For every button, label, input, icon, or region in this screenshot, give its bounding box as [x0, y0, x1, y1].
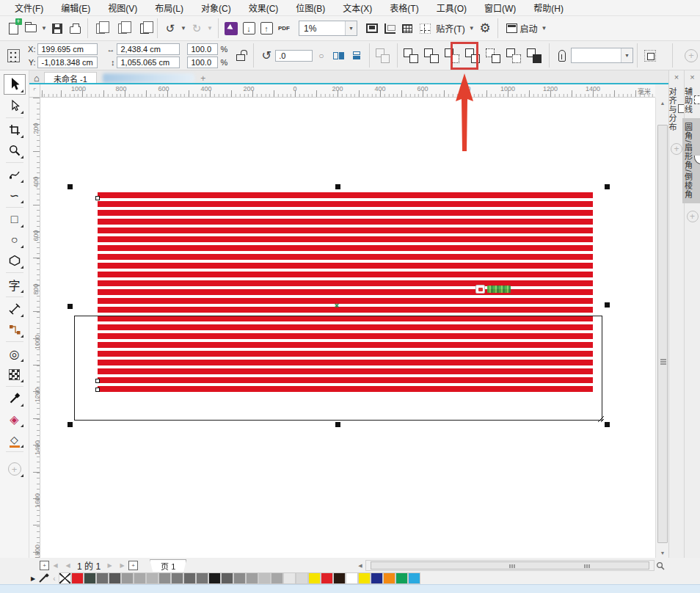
text-tool[interactable]: 字 [4, 275, 25, 294]
swatch-no-color[interactable] [59, 572, 71, 584]
trim-button[interactable] [422, 46, 441, 65]
weld-button[interactable] [401, 46, 420, 65]
copy-button[interactable] [114, 19, 131, 38]
undo-dropdown[interactable]: ▼ [179, 19, 188, 38]
redo-button[interactable]: ↻ [188, 19, 205, 38]
show-guidelines-button[interactable] [416, 19, 434, 38]
navigator-zoom-button[interactable] [655, 560, 666, 571]
menu-item-file[interactable]: 文件(F) [6, 0, 52, 15]
swatch-gray-e7[interactable] [283, 572, 296, 584]
menu-item-tools[interactable]: 工具(O) [428, 0, 475, 15]
menu-item-view[interactable]: 视图(V) [99, 0, 146, 15]
swatch-red-2[interactable] [321, 572, 333, 584]
selection-handle-2[interactable] [605, 184, 610, 189]
swatch-yellow-2[interactable] [358, 572, 371, 584]
launch-button[interactable]: 启动 ▼ [502, 19, 553, 38]
show-rulers-button[interactable] [381, 19, 398, 38]
crop-tool[interactable] [4, 120, 25, 139]
interactive-fill-tool[interactable]: ◈ [4, 410, 25, 429]
swatch-yellow[interactable] [308, 572, 321, 584]
menu-item-effects[interactable]: 效果(C) [240, 0, 288, 15]
menu-item-object[interactable]: 对象(C) [192, 0, 240, 15]
swatch-sky-blue[interactable] [408, 572, 420, 584]
import-button[interactable]: ↓ [240, 19, 258, 38]
swatch-gray-c0[interactable] [258, 572, 271, 584]
app-launcher-button[interactable] [222, 19, 240, 38]
swatch-gray-60[interactable] [221, 572, 233, 584]
polygon-tool[interactable] [4, 251, 25, 270]
horizontal-scroll-thumb[interactable] [371, 561, 649, 570]
open-button[interactable] [22, 19, 40, 38]
swatch-gray-d9[interactable] [296, 572, 308, 584]
scale-v-field[interactable]: 100.0 [187, 57, 218, 68]
save-button[interactable] [48, 19, 66, 38]
document-tab-blurred[interactable] [103, 73, 194, 83]
next-page-button[interactable]: ▶ [104, 559, 115, 571]
menu-item-table[interactable]: 表格(T) [381, 0, 427, 15]
swatch-gray-8f[interactable] [158, 572, 171, 584]
docker-add-button[interactable]: + [687, 211, 699, 222]
selection-handle-5[interactable] [68, 422, 73, 427]
snap-to-button[interactable]: 贴齐(T) ▼ [434, 19, 476, 38]
ellipse-tool[interactable]: ○ [4, 230, 25, 250]
smart-fill-tool[interactable]: ◇ [4, 430, 25, 449]
zoom-level-combo[interactable]: 1% ▼ [299, 21, 357, 36]
eyedropper-tool[interactable] [4, 389, 25, 408]
launch-dropdown[interactable]: ▼ [540, 19, 549, 38]
mirror-horizontal-button[interactable] [330, 46, 348, 65]
curve-node-2[interactable] [95, 388, 100, 392]
swatch-gray-7b[interactable] [171, 572, 183, 584]
swatch-gray-76[interactable] [196, 572, 208, 584]
swatch-gray-b5[interactable] [146, 572, 158, 584]
propbar-customize-button[interactable]: + [682, 46, 700, 65]
publish-pdf-button[interactable]: PDF [275, 19, 293, 38]
open-dropdown[interactable]: ▼ [40, 19, 48, 38]
selection-center-marker[interactable]: × [335, 302, 339, 310]
swatch-gray-8b[interactable] [233, 572, 246, 584]
docker-add-button[interactable]: + [671, 143, 682, 155]
menu-item-help[interactable]: 帮助(H) [525, 0, 572, 15]
transparency-tool[interactable]: ◎ [4, 344, 25, 363]
outline-width-combo[interactable]: ▼ [571, 48, 633, 63]
selection-handle-1[interactable] [335, 184, 340, 189]
export-button[interactable]: ↑ [258, 19, 275, 38]
object-width-field[interactable]: 2,438.4 cm [117, 43, 180, 55]
docker-close-button[interactable]: × [669, 70, 684, 83]
swatch-gray-70[interactable] [96, 572, 109, 584]
swatch-black[interactable] [208, 572, 221, 584]
swatch-orange[interactable] [383, 572, 395, 584]
curve-node-0[interactable] [95, 196, 100, 200]
group-button[interactable] [373, 46, 392, 65]
vertical-scroll-thumb[interactable] [657, 125, 668, 543]
add-page-start-button[interactable]: + [40, 561, 49, 570]
outline-width-dropdown[interactable]: ▼ [621, 48, 632, 62]
swatch-dark-olive[interactable] [84, 572, 96, 584]
scale-h-field[interactable]: 100.0 [187, 43, 218, 55]
scroll-left-button[interactable]: ◀ [355, 560, 365, 571]
selection-handle-6[interactable] [335, 422, 340, 427]
shape-tool[interactable] [4, 96, 25, 115]
rotation-angle-field[interactable]: .0 [275, 50, 313, 62]
last-page-button[interactable]: ▶ [117, 559, 128, 571]
dimension-tool[interactable] [4, 299, 25, 319]
x-position-field[interactable]: 199.695 cm [37, 43, 98, 55]
scroll-down-button[interactable]: ▼ [656, 547, 669, 558]
connector-tool[interactable] [4, 320, 25, 339]
customize-button[interactable]: + [4, 459, 25, 479]
new-document-button[interactable] [4, 19, 22, 38]
redo-dropdown[interactable]: ▼ [205, 19, 214, 38]
zoom-level-dropdown[interactable]: ▼ [345, 21, 357, 35]
selection-handle-3[interactable] [68, 304, 73, 309]
swatch-green[interactable] [395, 572, 408, 584]
horizontal-scroll-track[interactable] [365, 560, 655, 571]
curve-node-1[interactable] [95, 379, 100, 383]
selection-handle-4[interactable] [605, 302, 610, 308]
swatch-gray-a9[interactable] [134, 572, 146, 584]
show-grid-button[interactable] [398, 19, 416, 38]
print-button[interactable] [66, 19, 84, 38]
selected-rectangle-outline[interactable] [74, 316, 602, 421]
create-boundary-button[interactable] [525, 46, 544, 65]
docker-close-button[interactable]: × [685, 70, 700, 83]
swatch-red[interactable] [71, 572, 84, 584]
palette-eyedropper-icon[interactable] [38, 573, 50, 583]
